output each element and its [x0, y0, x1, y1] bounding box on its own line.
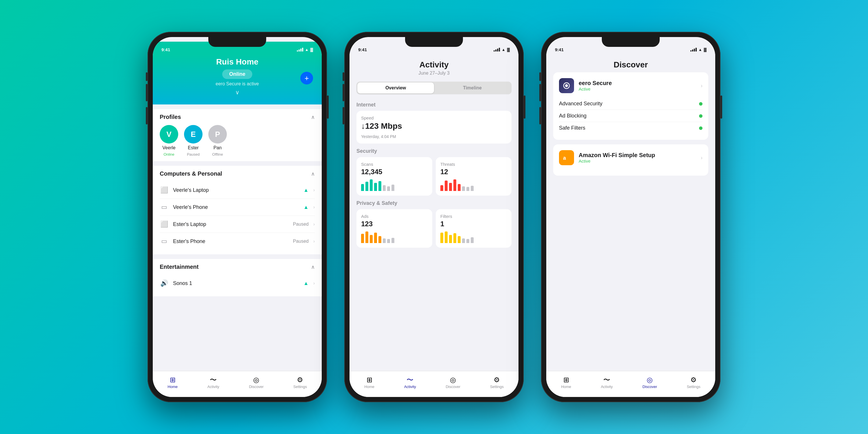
- bar: [387, 186, 390, 191]
- ads-card[interactable]: Ads 123: [356, 209, 432, 248]
- home-tab-label-2: Home: [364, 384, 374, 389]
- activity-tab-label-2: Activity: [404, 384, 416, 389]
- bar: [361, 234, 364, 243]
- power-button-2[interactable]: [524, 95, 525, 119]
- amazon-wifi-card[interactable]: a Amazon Wi-Fi Simple Setup Active ›: [553, 144, 708, 176]
- activity-content: Activity June 27–July 3 Overview Timelin…: [349, 54, 519, 397]
- home-tab-icon-3: ⊞: [563, 376, 569, 383]
- settings-tab-label: Settings: [293, 384, 307, 389]
- phone-activity: 9:41 ▲ ▓ Activity June 27–July 3: [344, 32, 524, 402]
- feature-ad-blocking[interactable]: Ad Blocking: [559, 110, 703, 122]
- tab-activity-2[interactable]: 〜 Activity: [404, 376, 416, 389]
- activity-scroll[interactable]: Internet Speed ↓123 Mbps Yesterday, 4:04…: [349, 97, 519, 371]
- filters-chart: [440, 231, 507, 243]
- feature-advanced-security[interactable]: Advanced Security: [559, 98, 703, 110]
- bar: [387, 239, 390, 243]
- bar: [365, 231, 368, 243]
- filters-value: 1: [440, 220, 507, 228]
- mute-button-3[interactable]: [539, 72, 541, 81]
- tab-settings[interactable]: ⚙ Settings: [293, 376, 307, 389]
- time-display-3: 9:41: [555, 47, 564, 52]
- discover-scroll[interactable]: eero Secure Active › Advanced Security A…: [546, 72, 715, 371]
- tab-settings-2[interactable]: ⚙ Settings: [490, 376, 504, 389]
- phone-icon-2: ▭: [160, 238, 168, 245]
- activity-tab-icon: 〜: [210, 376, 217, 383]
- bar: [462, 186, 465, 191]
- profiles-row: V Veerle Online E Ester Paused P Pan: [160, 125, 315, 157]
- mute-button-2[interactable]: [343, 72, 344, 81]
- settings-tab-icon-2: ⚙: [494, 376, 500, 383]
- secure-text: eero Secure is active: [161, 81, 313, 87]
- vol-up-button-2[interactable]: [343, 84, 344, 101]
- vol-down-button-2[interactable]: [343, 107, 344, 124]
- speed-card[interactable]: Speed ↓123 Mbps Yesterday, 4:04 PM: [356, 111, 512, 144]
- threats-chart: [440, 179, 507, 191]
- signal-icon-3: [690, 48, 697, 52]
- phones-container: 9:41 ▲ ▓ Ruis Home Online eero Secure is…: [148, 32, 720, 402]
- threats-card[interactable]: Threats 12: [436, 157, 512, 195]
- bar: [392, 185, 394, 191]
- feature-safe-filters[interactable]: Safe Filters: [559, 122, 703, 134]
- bar: [471, 186, 474, 191]
- home-scroll[interactable]: Profiles ∧ V Veerle Online E Ester Pause…: [153, 104, 322, 371]
- profile-avatar-v: V: [160, 125, 178, 144]
- wifi-active-icon-2: ▲: [304, 204, 309, 210]
- safe-filters-status-dot: [699, 126, 703, 130]
- profile-status-pan: Offline: [212, 152, 223, 157]
- tab-home[interactable]: ⊞ Home: [167, 376, 178, 389]
- activity-tab-label: Activity: [208, 384, 219, 389]
- tab-discover-2[interactable]: ◎ Discover: [445, 376, 460, 389]
- vol-down-button-3[interactable]: [539, 107, 541, 124]
- discover-title: Discover: [555, 60, 707, 69]
- profile-veerle[interactable]: V Veerle Online: [160, 125, 178, 157]
- status-icons-2: ▲ ▓: [494, 48, 510, 52]
- power-button-3[interactable]: [720, 95, 722, 119]
- wifi-active-icon: ▲: [304, 187, 309, 193]
- chevron-right-icon-3: ›: [313, 222, 315, 227]
- tab-discover-3[interactable]: ◎ Discover: [642, 376, 657, 389]
- tab-home-3[interactable]: ⊞ Home: [561, 376, 571, 389]
- computers-collapse-icon[interactable]: ∧: [311, 171, 315, 177]
- bar: [458, 184, 461, 191]
- tab-settings-3[interactable]: ⚙ Settings: [687, 376, 701, 389]
- phone-activity-screen: 9:41 ▲ ▓ Activity June 27–July 3: [349, 37, 519, 397]
- discover-tab-label-2: Discover: [445, 384, 460, 389]
- eero-secure-status: Active: [579, 87, 612, 91]
- filters-card[interactable]: Filters 1: [436, 209, 512, 248]
- vol-down-button[interactable]: [146, 107, 148, 124]
- power-button[interactable]: [327, 95, 329, 119]
- chevron-down-icon[interactable]: ∨: [161, 89, 313, 96]
- vol-up-button-3[interactable]: [539, 84, 541, 101]
- profiles-collapse-icon[interactable]: ∧: [311, 114, 315, 120]
- profile-pan[interactable]: P Pan Offline: [208, 125, 227, 157]
- device-sonos[interactable]: 🔊 Sonos 1 ▲ ›: [160, 275, 315, 292]
- segment-overview[interactable]: Overview: [357, 83, 434, 93]
- add-button[interactable]: +: [300, 72, 313, 85]
- battery-icon-3: ▓: [704, 48, 707, 52]
- tab-activity[interactable]: 〜 Activity: [208, 376, 219, 389]
- device-veerle-laptop[interactable]: ⬜ Veerle's Laptop ▲ ›: [160, 182, 315, 199]
- entertainment-collapse-icon[interactable]: ∧: [311, 264, 315, 270]
- tab-discover[interactable]: ◎ Discover: [249, 376, 264, 389]
- scans-card[interactable]: Scans 12,345: [356, 157, 432, 195]
- bar: [378, 236, 381, 243]
- device-veerle-phone[interactable]: ▭ Veerle's Phone ▲ ›: [160, 199, 315, 216]
- mute-button[interactable]: [146, 72, 148, 81]
- eero-secure-card[interactable]: eero Secure Active › Advanced Security A…: [553, 72, 708, 140]
- discover-tab-icon-2: ◎: [450, 376, 456, 383]
- tab-bar-activity: ⊞ Home 〜 Activity ◎ Discover ⚙ Settings: [349, 371, 519, 397]
- segment-timeline[interactable]: Timeline: [434, 83, 511, 93]
- device-ester-phone[interactable]: ▭ Ester's Phone Paused ›: [160, 233, 315, 250]
- time-display-2: 9:41: [358, 47, 367, 52]
- wifi-icon-2: ▲: [502, 48, 505, 52]
- device-ester-laptop[interactable]: ⬜ Ester's Laptop Paused ›: [160, 216, 315, 233]
- status-icons-3: ▲ ▓: [690, 48, 707, 52]
- tab-home-2[interactable]: ⊞ Home: [364, 376, 374, 389]
- profile-ester[interactable]: E Ester Paused: [184, 125, 203, 157]
- vol-up-button[interactable]: [146, 84, 148, 101]
- speaker-icon: 🔊: [160, 279, 168, 287]
- settings-tab-icon-3: ⚙: [690, 376, 697, 383]
- entertainment-section: Entertainment ∧ 🔊 Sonos 1 ▲ ›: [153, 259, 322, 296]
- discover-header: Discover: [546, 54, 715, 72]
- tab-activity-3[interactable]: 〜 Activity: [601, 376, 613, 389]
